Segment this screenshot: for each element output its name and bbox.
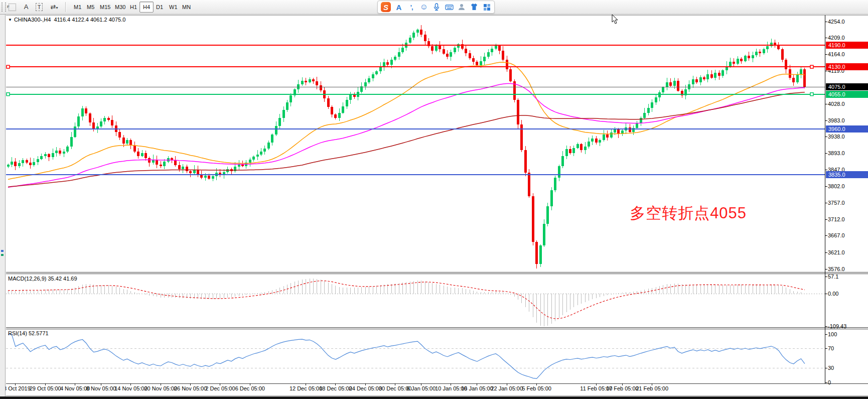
price-badge-3960: 3960.0: [826, 125, 868, 132]
y-axis-label: 4254.0: [828, 19, 867, 25]
timeframe-button-M5[interactable]: M5: [83, 2, 98, 13]
y-axis-label: 3938.0: [828, 134, 867, 140]
price-badge-4130: 4130.0: [826, 63, 868, 70]
hline-handle-4130[interactable]: [7, 65, 10, 68]
y-axis-label: 4209.0: [828, 35, 867, 41]
y-axis-label: 3667.0: [828, 232, 867, 239]
font-icon[interactable]: A: [20, 2, 32, 13]
chart-title: ▼CHINA300-,H4 4116.4 4122.4 4061.2 4075.…: [8, 17, 125, 23]
symbol-timeframe: CHINA300-,H4: [14, 17, 51, 23]
y-axis-label: 3802.0: [828, 183, 867, 190]
rsi-axis-label: 30: [828, 365, 867, 371]
y-axis-label: 4164.0: [828, 51, 867, 58]
macd-axis-label: 0.00: [828, 291, 867, 297]
toolbar-separator: [65, 2, 66, 12]
left-dock-strip: [0, 14, 6, 396]
timeframe-button-H4[interactable]: H4: [139, 2, 154, 13]
timeframe-button-MN[interactable]: MN: [179, 2, 194, 13]
hline-handle-4055[interactable]: [7, 93, 10, 96]
y-axis-label: 3893.0: [828, 150, 867, 157]
macd-indicator-label: MACD(12,26,9) 35.42 41.69: [8, 276, 77, 282]
y-axis-label: 4028.0: [828, 101, 867, 107]
price-badge-3835: 3835.0: [826, 171, 868, 178]
sogou-input-bar: S A ’, ☺: [377, 1, 495, 14]
y-axis-label: 3712.0: [828, 216, 867, 223]
account-icon[interactable]: [457, 3, 466, 12]
microphone-icon[interactable]: [432, 3, 441, 12]
y-axis-label: 3757.0: [828, 200, 867, 206]
rsi-axis-label: 100: [828, 331, 867, 338]
emoji-icon[interactable]: ☺: [419, 3, 428, 12]
rsi-indicator-label: RSI(14) 52.5771: [8, 330, 49, 336]
hline-handle-4130[interactable]: [810, 65, 813, 68]
price-badge-4190: 4190.0: [826, 42, 868, 49]
minimized-window-marker[interactable]: [1, 254, 4, 256]
text-label-icon[interactable]: T: [33, 2, 45, 13]
y-axis-label: 3621.0: [828, 249, 867, 256]
punctuation-icon[interactable]: ’,: [407, 3, 416, 12]
symbol-dropdown-icon[interactable]: ▼: [8, 18, 12, 22]
y-axis-label: 3983.0: [828, 117, 867, 124]
arrange-windows-icon[interactable]: ⇄▾: [46, 2, 62, 13]
macd-axis-label: -109.43: [828, 323, 867, 330]
price-badge-4055: 4055.0: [826, 91, 868, 98]
minimized-window-marker[interactable]: [1, 250, 4, 252]
macd-axis-label: 57.1: [828, 274, 867, 280]
top-toolbar: F A T ⇄▾ M1M5M15M30H1H4D1W1MN S A ’, ☺: [0, 0, 868, 15]
chart-text-annotation[interactable]: 多空转折点4055: [630, 203, 747, 224]
taskbar-edge: [0, 396, 868, 399]
rsi-axis-label: 0: [828, 379, 867, 386]
keyboard-icon[interactable]: [445, 3, 454, 12]
mouse-cursor-icon: [612, 15, 619, 27]
timeframe-button-M1[interactable]: M1: [70, 2, 85, 13]
x-axis-label: 5 Feb 05:00: [514, 385, 559, 392]
x-axis-label: 21 Feb 05:00: [630, 385, 675, 392]
apps-grid-icon[interactable]: [482, 3, 491, 12]
chart-grid-icon[interactable]: F: [6, 2, 18, 13]
rsi-axis-label: 70: [828, 345, 867, 352]
y-axis-label: 3576.0: [828, 266, 867, 273]
timeframe-button-H1[interactable]: H1: [126, 2, 140, 13]
hline-handle-4055[interactable]: [810, 93, 813, 96]
ohlc-readout: 4116.4 4122.4 4061.2 4075.0: [54, 17, 125, 23]
skin-icon[interactable]: [470, 3, 479, 12]
mt4-terminal: F A T ⇄▾ M1M5M15M30H1H4D1W1MN S A ’, ☺: [0, 0, 868, 399]
timeframe-button-D1[interactable]: D1: [153, 2, 167, 13]
chart-canvas[interactable]: [0, 0, 868, 399]
sogou-logo[interactable]: S: [381, 2, 391, 12]
toolbar-drag-handle[interactable]: [2, 3, 6, 12]
price-badge-4075: 4075.0: [826, 83, 868, 90]
x-axis-label: 6 Dec 05:00: [227, 385, 272, 392]
font-a-icon[interactable]: A: [394, 3, 403, 12]
